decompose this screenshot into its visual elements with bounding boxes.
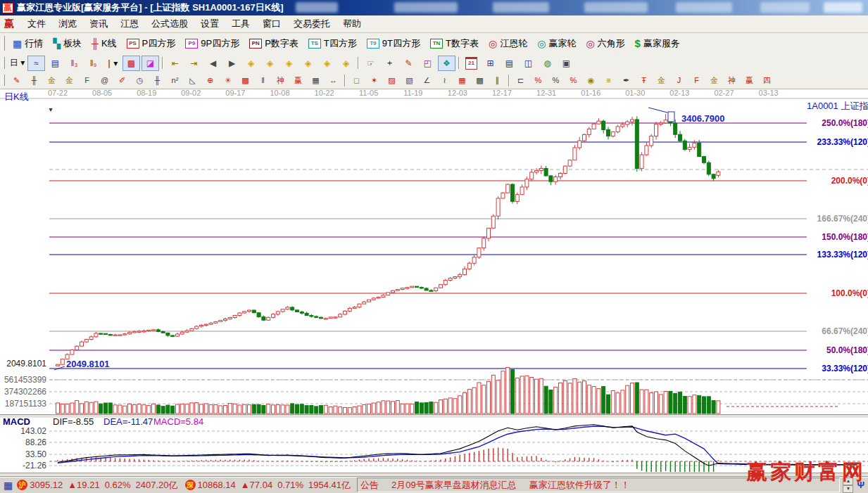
news-item-2[interactable]: 赢家江恩软件升级了！！ [529, 479, 630, 492]
tool-gold-box[interactable]: 金 [653, 73, 670, 88]
toolbar-t-square-button[interactable]: TST四方形 [303, 32, 362, 54]
tool-circle-cross[interactable]: ⊕ [202, 73, 219, 88]
tool-fan-box[interactable]: ▨ [384, 73, 401, 88]
tool-prev-bar[interactable]: ◀ [204, 56, 222, 71]
tool-angle-line[interactable]: ∠ [419, 73, 436, 88]
tool-steps-tool[interactable]: ⊏ [512, 73, 529, 88]
toolbar-p-square-button[interactable]: PSP四方形 [122, 32, 181, 54]
tool-tick-ruler-2[interactable]: ╫ [149, 73, 166, 88]
tool-f10-info[interactable]: ▤ [46, 56, 64, 71]
toolbar-quotes-button[interactable]: ▦行情 [8, 32, 48, 54]
tool-diamond-compress[interactable]: ◈ [299, 56, 317, 71]
tool-zoom-pen[interactable]: ✎ [400, 56, 417, 71]
tool-four-line[interactable]: 四 [759, 73, 776, 88]
tool-grid-123[interactable]: ▦ [308, 73, 325, 88]
tool-brush[interactable]: ✐ [114, 73, 131, 88]
toolbar-sectors-button[interactable]: ▚板块 [48, 32, 87, 54]
tool-gold-grid-1[interactable]: 金 [44, 73, 61, 88]
spin-up-icon[interactable]: ▲ [843, 478, 853, 485]
menu-item-9[interactable]: 交易委托 [287, 16, 336, 32]
tool-candle-style-dropdown[interactable]: ∣ ▾ [103, 56, 121, 71]
tool-pct-line[interactable]: % [565, 73, 582, 88]
tool-save[interactable]: ◫ [520, 56, 537, 71]
tool-diamond-shift-left[interactable]: ◈ [242, 56, 260, 71]
tool-smart-region[interactable]: ❖ [438, 56, 455, 71]
tool-gann-pen[interactable]: ✎ [8, 73, 25, 88]
kline-mode-label[interactable]: 日K线 [4, 91, 29, 103]
main-chart-canvas[interactable]: 07-2208-0508-1909-0209-1710-0810-2211-05… [0, 89, 868, 476]
menu-item-2[interactable]: 浏览 [52, 16, 83, 32]
tool-slashes[interactable]: ∥ [489, 73, 506, 88]
tool-chip-distribution[interactable]: ▩ [122, 56, 140, 71]
chart-area[interactable]: 07-2208-0508-1909-0209-1710-0810-2211-05… [0, 89, 868, 476]
tool-frame-box[interactable]: ◻ [348, 73, 365, 88]
tool-bars-9[interactable]: ‖₉ [84, 56, 102, 71]
tool-diamond-star[interactable]: ◈ [318, 56, 336, 71]
news-ticker[interactable]: 公告 2月09号赢家早盘题材消息汇总 赢家江恩软件升级了！！ [357, 478, 840, 492]
tool-crosshair[interactable]: ＋ [381, 56, 398, 71]
tool-j-line[interactable]: J [671, 73, 688, 88]
spin-down-icon[interactable]: ▼ [843, 485, 853, 493]
tool-tick-ruler[interactable]: ╫ [26, 73, 43, 88]
tool-last-page[interactable]: ⇥ [185, 56, 203, 71]
menu-item-3[interactable]: 资讯 [83, 16, 114, 32]
tool-grid-dark[interactable]: ▩ [472, 73, 489, 88]
tool-f-line[interactable]: F [688, 73, 705, 88]
tool-grid-star[interactable]: ▩ [237, 73, 254, 88]
menu-item-6[interactable]: 设置 [194, 16, 225, 32]
tool-trend-wave-tool[interactable]: ≈ [27, 56, 45, 71]
toolbar-gann-wheel-button[interactable]: ◎江恩轮 [484, 32, 532, 54]
tool-span-arrows[interactable]: ↔ [325, 73, 342, 88]
tool-v-bars[interactable]: ‖ [255, 73, 272, 88]
tool-notepad[interactable]: ▤ [501, 56, 518, 71]
tool-shen-line[interactable]: 神 [724, 73, 741, 88]
tool-ink-marker[interactable]: ✒ [618, 73, 635, 88]
tool-grid-red[interactable]: ▦ [454, 73, 471, 88]
news-item-1[interactable]: 2月09号赢家早盘题材消息汇总 [391, 479, 517, 492]
tool-pct-plain[interactable]: % [548, 73, 565, 88]
tool-diamond-horizontal[interactable]: ◈ [280, 56, 298, 71]
tool-network[interactable]: ◍ [539, 56, 556, 71]
keyboard-icon[interactable]: ▦ [4, 480, 13, 490]
menu-item-5[interactable]: 公式选股 [145, 16, 194, 32]
tool-period-daily-dropdown[interactable]: 日 ▾ [8, 56, 26, 71]
toolbar-t-number-table-button[interactable]: TNT数字表 [425, 32, 484, 54]
tool-gold-circle[interactable]: ◉ [583, 73, 600, 88]
tool-first-page[interactable]: ⇤ [166, 56, 184, 71]
tool-gold-angle[interactable]: 金 [706, 73, 723, 88]
tool-ying-line[interactable]: 赢 [741, 73, 758, 88]
title-bar[interactable]: 赢 赢家江恩专业版[赢家服务平台] - [上证指数 SH1A0001-167日K… [0, 0, 868, 15]
toolbar-kline-button[interactable]: ╫K线 [87, 32, 122, 54]
tool-print[interactable]: ▣ [558, 56, 575, 71]
tool-f-square[interactable]: F [79, 73, 96, 88]
tool-hand-drag[interactable]: ☞ [362, 56, 379, 71]
tool-avg-band[interactable]: Ŧ [636, 73, 653, 88]
tool-ying-grid[interactable]: 赢 [290, 73, 307, 88]
tool-diamond-shift-right[interactable]: ◈ [261, 56, 279, 71]
tool-diamond-expand[interactable]: ◈ [337, 56, 355, 71]
toolbar-hexagon-button[interactable]: ◎六角形 [581, 32, 629, 54]
tool-spiral[interactable]: @ [96, 73, 113, 88]
tool-fan-lines[interactable]: ✶ [366, 73, 383, 88]
toolbar-9t-square-button[interactable]: T99T四方形 [362, 32, 425, 54]
tool-next-bar[interactable]: ▶ [223, 56, 241, 71]
tool-color-histogram[interactable]: ◪ [141, 56, 159, 71]
menu-item-8[interactable]: 窗口 [256, 16, 287, 32]
tool-pct-fan[interactable]: % [530, 73, 547, 88]
toolbar-p-number-table-button[interactable]: PNP数字表 [244, 32, 303, 54]
toolbar-winner-service-button[interactable]: $赢家服务 [630, 32, 685, 54]
toolbar-9p-square-button[interactable]: P99P四方形 [180, 32, 244, 54]
tool-gold-line[interactable]: ≡ [600, 73, 617, 88]
menu-item-10[interactable]: 帮助 [336, 16, 367, 32]
tool-diag-box[interactable]: ▧ [401, 73, 418, 88]
tool-time-circle[interactable]: ◷ [132, 73, 149, 88]
tool-zigzag[interactable]: ≀ [436, 73, 453, 88]
menu-item-1[interactable]: 文件 [21, 16, 52, 32]
tool-purple-region[interactable]: ◰ [419, 56, 436, 71]
tool-calendar[interactable]: 21 [463, 56, 480, 71]
tool-star-rays[interactable]: ✳ [220, 73, 237, 88]
tool-bars-3[interactable]: ‖₃ [65, 56, 83, 71]
tool-shen-grid[interactable]: 神 [272, 73, 289, 88]
menu-item-7[interactable]: 工具 [225, 16, 256, 32]
tool-angle-ruler[interactable]: ◺ [184, 73, 201, 88]
